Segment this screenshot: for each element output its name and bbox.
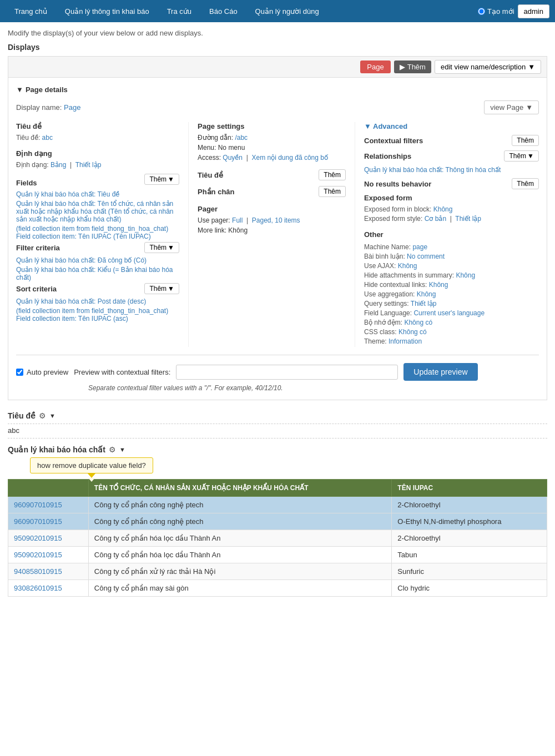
id-link[interactable]: 950902010915 [14, 551, 62, 559]
contextual-filters-them-button[interactable]: Thêm [512, 135, 539, 146]
tieu-de-sub-value[interactable]: abc [42, 134, 53, 142]
theme-label: Theme: [364, 337, 387, 345]
mid-tieu-de-row: Tiêu đề Thêm [198, 169, 346, 180]
auto-preview-label[interactable]: Auto preview [16, 368, 68, 376]
relationships-them-button[interactable]: Thêm ▼ [504, 150, 539, 162]
table-header: TÊN TỔ CHỨC, CÁ NHÂN SẢN XUẤT HOẶC NHẬP … [8, 480, 547, 497]
id-link[interactable]: 940858010915 [14, 567, 62, 576]
menu-value: No menu [218, 144, 245, 152]
preview-title-text: Tiêu đề [8, 411, 36, 420]
field-item-0[interactable]: Quản lý khai báo hóa chất: Tiêu đề [16, 190, 179, 198]
them-label: Thêm [407, 63, 426, 71]
fields-them-button[interactable]: Thêm ▼ [144, 174, 179, 185]
access-value[interactable]: Quyền [223, 154, 243, 162]
thiet-lap-link[interactable]: Thiết lập [75, 161, 102, 169]
no-results-them-button[interactable]: Thêm [512, 178, 539, 189]
auto-preview-text: Auto preview [27, 368, 68, 376]
use-aggregation-value: Không [417, 290, 436, 298]
exposed-form-title: Exposed form [364, 194, 539, 202]
gear-icon[interactable]: ⚙ [39, 411, 46, 420]
filter-item-1[interactable]: Quản lý khai báo hóa chất: Kiểu (= Bản k… [16, 266, 179, 281]
hide-attachments-row: Hide attachments in summary: Không [364, 271, 539, 279]
contextual-filters-input[interactable] [176, 365, 398, 380]
advanced-header[interactable]: ▼ Advanced [364, 122, 539, 130]
qlkbhc-gear-icon[interactable]: ⚙ [109, 445, 116, 454]
dinh-dang-label: Định dạng: [16, 161, 49, 169]
theme-value[interactable]: Information [389, 337, 422, 345]
them-button[interactable]: ▶ Thêm [394, 61, 431, 73]
tooltip-text: how remove duplicate value field? [37, 461, 146, 470]
bo-nho-dem-row: Bộ nhớ đệm: Không có [364, 319, 539, 326]
mid-tieu-de-them-button[interactable]: Thêm [319, 169, 346, 180]
create-new-radio-label[interactable]: Tạo mới [478, 7, 514, 16]
id-link[interactable]: 960907010915 [14, 501, 62, 509]
field-language-value[interactable]: Current user's language [413, 309, 485, 317]
page-button[interactable]: Page [360, 61, 390, 73]
phan-chan-title: Phần chân [198, 188, 235, 196]
create-new-radio[interactable] [478, 8, 485, 15]
more-link-value: Không [228, 226, 248, 234]
xem-link[interactable]: Xem nội dung đã công bố [252, 154, 328, 162]
sort-item-0[interactable]: Quản lý khai báo hóa chất: Post date (de… [16, 298, 179, 305]
filter-them-button[interactable]: Thêm ▼ [144, 242, 179, 253]
page-content: Modify the display(s) of your view below… [0, 22, 555, 603]
field-item-1[interactable]: Quản lý khai báo hóa chất: Tên tổ chức, … [16, 200, 179, 223]
binh-luan-label: Bài bình luận: [364, 253, 405, 260]
three-column-layout: Tiêu đề Tiêu đề: abc Định dạng Định dạng… [16, 122, 539, 347]
relationships-sub-link[interactable]: Quản lý khai báo hóa chất: Thông tin hóa… [364, 166, 501, 174]
mid-tieu-de-title: Tiêu đề [198, 171, 223, 179]
admin-button[interactable]: admin [518, 4, 549, 18]
nav-quan-ly[interactable]: Quản lý thông tin khai báo [56, 3, 158, 20]
cell-iupac: Tabun [392, 547, 547, 563]
other-title: Other [364, 230, 539, 239]
create-new-label: Tạo mới [487, 7, 514, 16]
duong-dan-value[interactable]: /abc [235, 134, 248, 142]
exposed-form-co-ban-link[interactable]: Cơ bản [425, 215, 446, 223]
sort-them-button[interactable]: Thêm ▼ [144, 283, 179, 294]
pager-title: Pager [198, 205, 346, 213]
preview-hint: Separate contextual filter values with a… [88, 384, 539, 392]
nav-quan-ly-nguoi-dung[interactable]: Quản lý người dùng [246, 3, 328, 20]
update-preview-button[interactable]: Update preview [403, 363, 477, 381]
bang-link[interactable]: Bảng [51, 161, 66, 169]
theme-row: Theme: Information [364, 337, 539, 345]
nav-tra-cuu[interactable]: Tra cứu [158, 3, 200, 20]
tooltip-area: how remove duplicate value field? [8, 457, 547, 477]
query-settings-value[interactable]: Thiết lập [411, 300, 437, 308]
cell-iupac: Clo hydric [392, 580, 547, 597]
preview-title-row: Tiêu đề ⚙ ▼ [8, 411, 547, 424]
display-name-value[interactable]: Page [64, 103, 80, 112]
displays-header: Displays [8, 43, 547, 52]
tieu-de-sub: Tiêu đề: abc [16, 134, 179, 142]
phan-chan-them-button[interactable]: Thêm [319, 186, 346, 197]
gear-dropdown-arrow-icon[interactable]: ▼ [49, 412, 56, 419]
rel-them-arrow-icon: ▼ [527, 152, 534, 160]
field-language-row: Field Language: Current user's language [364, 309, 539, 317]
fields-header-row: Fields Thêm ▼ [16, 171, 179, 187]
them-arrow-icon: ▶ [400, 63, 405, 71]
arrow-down-icon: ▼ [16, 85, 23, 94]
table-row: 950902010915Công ty cổ phần hóa lọc dầu … [8, 530, 547, 547]
css-class-row: CSS class: Không có [364, 328, 539, 336]
edit-view-label: edit view name/description [441, 63, 526, 71]
id-link[interactable]: 960907010915 [14, 517, 62, 526]
auto-preview-checkbox[interactable] [16, 369, 23, 376]
id-link[interactable]: 950902010915 [14, 534, 62, 542]
full-link[interactable]: Full [232, 216, 243, 224]
cell-id: 960907010915 [8, 497, 89, 513]
binh-luan-value: No comment [407, 253, 445, 260]
cell-iupac: Sunfuric [392, 563, 547, 580]
id-link[interactable]: 930826010915 [14, 584, 62, 592]
nav-trang-chu[interactable]: Trang chủ [6, 3, 56, 20]
exposed-form-thiet-lap-link[interactable]: Thiết lập [455, 215, 481, 223]
nav-bao-cao[interactable]: Báo Cáo [200, 3, 246, 20]
edit-view-button[interactable]: edit view name/description ▼ [435, 60, 541, 74]
page-subtitle: Modify the display(s) of your view below… [8, 29, 547, 37]
contextual-filters-label: Contextual filters [364, 137, 423, 145]
sort-them-label: Thêm [149, 285, 167, 293]
qlkbhc-gear-dropdown-icon[interactable]: ▼ [119, 446, 125, 453]
view-page-button[interactable]: view Page ▼ [484, 100, 539, 114]
view-page-label: view Page [490, 103, 523, 112]
paged-link[interactable]: Paged, 10 items [252, 216, 300, 224]
filter-item-0[interactable]: Quản lý khai báo hóa chất: Đã công bố (C… [16, 256, 179, 264]
